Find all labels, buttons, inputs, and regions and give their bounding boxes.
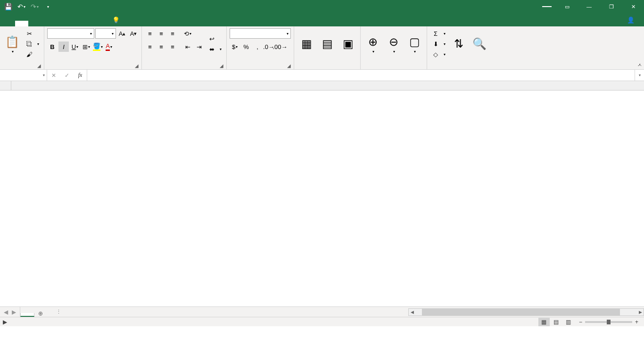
format-as-table-button[interactable]: ▤	[318, 28, 337, 59]
conditional-formatting-button[interactable]: ▦	[297, 28, 316, 59]
tab-data[interactable]	[55, 21, 68, 26]
lightbulb-icon: 💡	[112, 17, 120, 24]
horizontal-scrollbar[interactable]: ◀▶	[408, 308, 644, 316]
enter-formula-icon[interactable]: ✓	[60, 70, 74, 81]
comma-format-icon[interactable]: ,	[252, 41, 263, 52]
insert-cells-button[interactable]: ⊕▾	[363, 28, 382, 59]
delete-cells-button[interactable]: ⊖▾	[384, 28, 403, 59]
launcher-icon[interactable]: ◢	[287, 63, 291, 68]
format-painter-button[interactable]: 🖌	[24, 50, 41, 59]
bold-button[interactable]: B	[47, 41, 58, 52]
merge-icon: ⬌	[208, 45, 215, 53]
increase-indent-icon[interactable]: ⇥	[194, 41, 204, 52]
autosum-button[interactable]: Σ ▾	[430, 29, 447, 38]
percent-format-icon[interactable]: %	[241, 41, 251, 52]
accounting-format-icon[interactable]: $▾	[230, 41, 240, 52]
collapse-ribbon-icon[interactable]: ㅅ	[637, 62, 642, 68]
number-format-combo[interactable]: ▾	[230, 28, 291, 39]
tab-home[interactable]	[15, 21, 28, 26]
underline-button[interactable]: U▾	[70, 41, 80, 52]
border-button[interactable]: ⊞▾	[81, 41, 91, 52]
copy-button[interactable]: ⿻ ▾	[24, 39, 41, 49]
sign-in-button[interactable]	[542, 6, 552, 7]
tab-help[interactable]	[94, 21, 107, 26]
select-all-corner[interactable]	[0, 81, 11, 91]
page-layout-view-icon[interactable]: ▤	[551, 318, 562, 326]
increase-font-icon[interactable]: A▴	[117, 28, 127, 39]
align-left-icon[interactable]: ≡	[145, 41, 155, 52]
tell-me-search[interactable]: 💡	[112, 14, 123, 26]
normal-view-icon[interactable]: ▦	[538, 318, 550, 326]
cancel-formula-icon[interactable]: ✕	[47, 70, 60, 81]
redo-icon[interactable]: ↷▾	[28, 1, 41, 12]
restore-icon[interactable]: ❐	[601, 0, 622, 13]
italic-button[interactable]: I	[58, 41, 69, 52]
name-box[interactable]: ▾	[0, 70, 47, 81]
expand-formula-icon[interactable]: ▾	[635, 70, 644, 81]
cut-button[interactable]: ✂	[24, 29, 41, 38]
qat-customize-icon[interactable]: ▾	[41, 1, 54, 12]
group-cells: ⊕▾ ⊖▾ ▢▾	[361, 26, 427, 69]
group-alignment: ≡ ≡ ≡ ⟲▾ ≡ ≡ ≡ ⇤ ⇥ ↩ ⬌ ▾	[142, 26, 227, 69]
find-select-button[interactable]: 🔍	[470, 28, 489, 59]
ribbon-options-icon[interactable]: ▭	[556, 0, 578, 13]
font-size-combo[interactable]: ▾	[95, 28, 116, 39]
spreadsheet-grid[interactable]	[0, 81, 644, 306]
column-headers[interactable]	[11, 81, 644, 91]
align-right-icon[interactable]: ≡	[167, 41, 178, 52]
clear-button[interactable]: ◇ ▾	[430, 50, 447, 59]
align-center-icon[interactable]: ≡	[156, 41, 166, 52]
scissors-icon: ✂	[25, 30, 33, 37]
launcher-icon[interactable]: ◢	[135, 63, 139, 68]
next-sheet-icon[interactable]: ▶	[12, 309, 16, 315]
group-font: ▾ ▾ A▴ A▾ B I U▾ ⊞▾ 🪣▾ A▾ ◢	[44, 26, 142, 69]
font-color-button[interactable]: A▾	[104, 41, 114, 52]
formula-bar: ▾ ✕ ✓ fx ▾	[0, 70, 644, 81]
add-sheet-button[interactable]: ⊕	[34, 310, 47, 317]
align-middle-icon[interactable]: ≡	[156, 28, 166, 39]
tab-file[interactable]	[2, 21, 15, 26]
page-break-view-icon[interactable]: ▥	[563, 318, 574, 326]
launcher-icon[interactable]: ◢	[220, 63, 223, 68]
paste-icon: 📋	[5, 34, 20, 50]
paste-button[interactable]: 📋 ▾	[3, 28, 22, 59]
launcher-icon[interactable]: ◢	[37, 63, 41, 68]
macro-record-icon[interactable]: ▶	[3, 319, 7, 325]
wrap-icon: ↩	[208, 35, 215, 42]
decrease-font-icon[interactable]: A▾	[128, 28, 139, 39]
share-icon: 👤	[627, 17, 635, 24]
sheet-tab-active[interactable]	[20, 313, 34, 317]
prev-sheet-icon[interactable]: ◀	[4, 309, 8, 315]
tab-review[interactable]	[68, 21, 81, 26]
insert-icon: ⊕	[365, 34, 380, 50]
zoom-in-icon[interactable]: +	[635, 319, 638, 325]
wrap-text-button[interactable]: ↩	[206, 34, 223, 43]
tab-insert[interactable]	[28, 21, 41, 26]
zoom-slider[interactable]	[585, 321, 632, 323]
save-icon[interactable]: 💾	[2, 1, 14, 12]
tab-view[interactable]	[81, 21, 94, 26]
close-icon[interactable]: ✕	[623, 0, 644, 13]
formula-input[interactable]	[87, 70, 635, 81]
undo-icon[interactable]: ↶▾	[15, 1, 27, 12]
sort-filter-button[interactable]: ⇅	[449, 28, 468, 59]
align-top-icon[interactable]: ≡	[145, 28, 155, 39]
minimize-icon[interactable]: —	[578, 0, 600, 13]
eraser-icon: ◇	[432, 50, 439, 58]
cell-styles-button[interactable]: ▣	[339, 28, 357, 59]
cells-region[interactable]	[11, 91, 644, 306]
orientation-icon[interactable]: ⟲▾	[182, 28, 193, 39]
fx-icon[interactable]: fx	[74, 70, 87, 81]
fill-button[interactable]: ⬇ ▾	[430, 39, 447, 49]
fill-color-button[interactable]: 🪣▾	[92, 41, 103, 52]
share-button[interactable]: 👤	[619, 14, 644, 26]
zoom-out-icon[interactable]: −	[579, 319, 582, 325]
align-bottom-icon[interactable]: ≡	[167, 28, 178, 39]
tab-page-layout[interactable]	[41, 21, 55, 26]
merge-center-button[interactable]: ⬌ ▾	[206, 44, 223, 54]
font-name-combo[interactable]: ▾	[47, 28, 94, 39]
decrease-indent-icon[interactable]: ⇤	[182, 41, 193, 52]
format-cells-button[interactable]: ▢▾	[405, 28, 424, 59]
decrease-decimal-icon[interactable]: .00→	[275, 41, 285, 52]
sheet-nav[interactable]: ◀▶	[0, 307, 20, 317]
